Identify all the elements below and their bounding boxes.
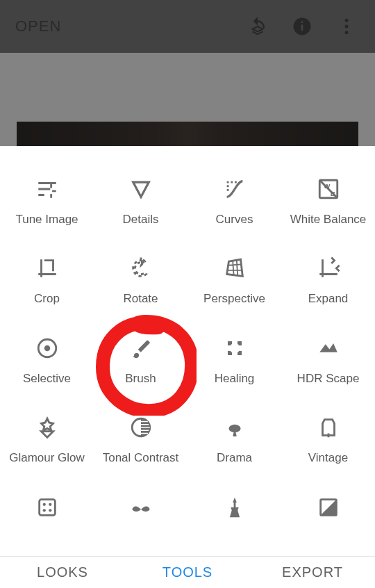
tool-label: Vintage <box>308 451 348 465</box>
tool-details[interactable]: Details <box>94 160 188 239</box>
tool-label: Perspective <box>203 292 265 306</box>
perspective-icon <box>221 254 249 282</box>
expand-icon <box>315 254 342 282</box>
tool-white-balance[interactable]: White Balance <box>281 160 375 239</box>
tool-label: Details <box>123 213 159 227</box>
guitar-icon <box>221 493 249 521</box>
rotate-icon <box>127 254 155 282</box>
tool-retrolux[interactable] <box>94 478 188 556</box>
tool-drama[interactable]: Drama <box>188 398 281 477</box>
brush-icon <box>127 334 155 362</box>
tool-label: Crop <box>34 292 60 306</box>
bottom-tab-bar: LOOKS TOOLS EXPORT <box>0 556 375 588</box>
tool-label: Curves <box>216 213 253 227</box>
tool-tonal-contrast[interactable]: Tonal Contrast <box>94 398 188 477</box>
vintage-icon <box>315 414 342 441</box>
healing-icon <box>221 334 249 362</box>
tool-label: Tonal Contrast <box>103 451 179 465</box>
crop-icon <box>33 254 61 282</box>
tools-panel: Tune ImageDetailsCurvesWhite BalanceCrop… <box>0 146 375 556</box>
film-icon <box>33 493 61 521</box>
tab-looks[interactable]: LOOKS <box>0 557 125 588</box>
tool-brush[interactable]: Brush <box>94 319 188 398</box>
tool-selective[interactable]: Selective <box>0 319 94 398</box>
white-balance-icon <box>315 175 342 203</box>
tool-label: Glamour Glow <box>9 451 85 465</box>
tool-label: Tune Image <box>15 213 78 227</box>
tab-tools[interactable]: TOOLS <box>125 557 250 588</box>
tool-hdr-scape[interactable]: HDR Scape <box>281 319 375 398</box>
tool-curves[interactable]: Curves <box>188 160 281 239</box>
glamour-icon <box>33 414 61 441</box>
tool-grainy-film[interactable] <box>0 478 94 556</box>
tool-grunge[interactable] <box>188 478 281 556</box>
tool-vintage[interactable]: Vintage <box>281 398 375 477</box>
tool-label: Healing <box>215 372 255 386</box>
curves-icon <box>221 175 249 203</box>
tool-label: Expand <box>308 292 349 306</box>
tool-tune-image[interactable]: Tune Image <box>0 160 94 239</box>
triangle-down-icon <box>127 175 155 203</box>
tool-black-white[interactable] <box>281 478 375 556</box>
tool-label: Selective <box>23 372 71 386</box>
tool-label: Rotate <box>123 292 158 306</box>
tool-expand[interactable]: Expand <box>281 239 375 318</box>
mustache-icon <box>127 493 155 521</box>
tool-crop[interactable]: Crop <box>0 239 94 318</box>
tool-label: Brush <box>125 372 156 386</box>
tool-glamour-glow[interactable]: Glamour Glow <box>0 398 94 477</box>
hdr-icon <box>315 334 342 362</box>
bw-icon <box>315 493 342 521</box>
tune-icon <box>33 175 61 203</box>
tool-label: Drama <box>217 451 252 465</box>
drama-icon <box>221 414 249 441</box>
selective-icon <box>33 334 61 362</box>
tonal-icon <box>127 414 155 441</box>
tool-label: White Balance <box>290 213 367 227</box>
tool-healing[interactable]: Healing <box>188 319 281 398</box>
tool-label: HDR Scape <box>297 372 360 386</box>
tool-perspective[interactable]: Perspective <box>188 239 281 318</box>
modal-dim-overlay <box>0 0 375 146</box>
tool-rotate[interactable]: Rotate <box>94 239 188 318</box>
tab-export[interactable]: EXPORT <box>250 557 375 588</box>
